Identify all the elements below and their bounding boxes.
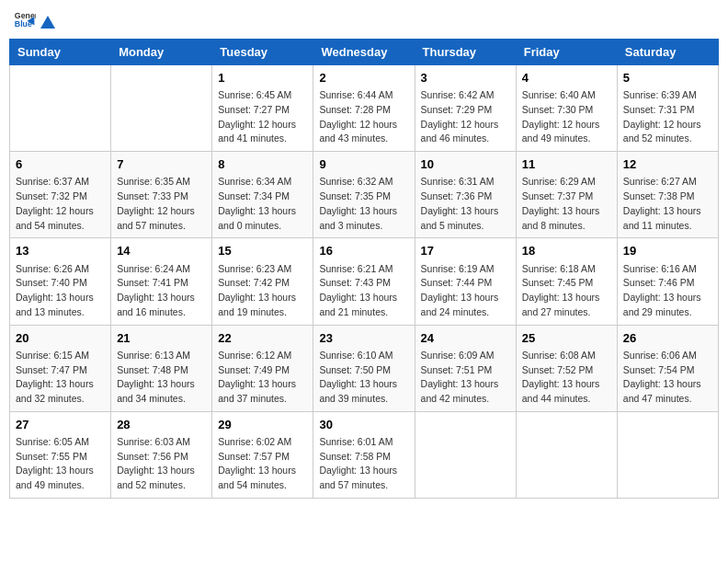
calendar-day-cell: 19Sunrise: 6:16 AM Sunset: 7:46 PM Dayli…: [617, 238, 718, 325]
weekday-header: Tuesday: [212, 40, 313, 65]
weekday-header: Saturday: [617, 40, 718, 65]
day-info: Sunrise: 6:03 AM Sunset: 7:56 PM Dayligh…: [117, 435, 206, 493]
calendar-day-cell: [617, 411, 718, 498]
day-info: Sunrise: 6:23 AM Sunset: 7:42 PM Dayligh…: [218, 262, 307, 320]
day-info: Sunrise: 6:31 AM Sunset: 7:36 PM Dayligh…: [421, 175, 510, 233]
calendar-day-cell: [111, 65, 212, 152]
calendar-week-row: 27Sunrise: 6:05 AM Sunset: 7:55 PM Dayli…: [10, 411, 719, 498]
calendar-day-cell: [10, 65, 111, 152]
day-number: 4: [522, 70, 611, 86]
day-number: 24: [421, 330, 510, 347]
day-number: 9: [319, 156, 408, 173]
day-number: 17: [421, 243, 510, 259]
calendar-day-cell: 5Sunrise: 6:39 AM Sunset: 7:31 PM Daylig…: [617, 65, 718, 152]
calendar-week-row: 1Sunrise: 6:45 AM Sunset: 7:27 PM Daylig…: [10, 65, 719, 152]
day-number: 5: [623, 70, 712, 86]
day-number: 12: [623, 156, 712, 173]
logo-icon: General Blue: [14, 9, 36, 31]
calendar-week-row: 13Sunrise: 6:26 AM Sunset: 7:40 PM Dayli…: [10, 238, 719, 325]
calendar-day-cell: 7Sunrise: 6:35 AM Sunset: 7:33 PM Daylig…: [111, 152, 212, 238]
day-info: Sunrise: 6:19 AM Sunset: 7:44 PM Dayligh…: [421, 262, 510, 320]
calendar-day-cell: 18Sunrise: 6:18 AM Sunset: 7:45 PM Dayli…: [516, 238, 617, 325]
day-number: 15: [218, 243, 307, 259]
day-number: 25: [522, 330, 611, 347]
day-info: Sunrise: 6:15 AM Sunset: 7:47 PM Dayligh…: [16, 349, 105, 407]
calendar-day-cell: 11Sunrise: 6:29 AM Sunset: 7:37 PM Dayli…: [516, 152, 617, 238]
day-info: Sunrise: 6:39 AM Sunset: 7:31 PM Dayligh…: [623, 88, 712, 146]
day-info: Sunrise: 6:27 AM Sunset: 7:38 PM Dayligh…: [623, 175, 712, 233]
weekday-header: Wednesday: [313, 40, 415, 65]
weekday-header: Sunday: [10, 40, 111, 65]
weekday-header: Thursday: [415, 40, 516, 65]
day-info: Sunrise: 6:08 AM Sunset: 7:52 PM Dayligh…: [522, 349, 611, 407]
calendar-body: 1Sunrise: 6:45 AM Sunset: 7:27 PM Daylig…: [10, 65, 719, 499]
calendar-day-cell: 14Sunrise: 6:24 AM Sunset: 7:41 PM Dayli…: [111, 238, 212, 325]
day-info: Sunrise: 6:32 AM Sunset: 7:35 PM Dayligh…: [319, 175, 408, 233]
day-number: 27: [16, 417, 105, 433]
calendar-day-cell: 15Sunrise: 6:23 AM Sunset: 7:42 PM Dayli…: [212, 238, 313, 325]
calendar-day-cell: 10Sunrise: 6:31 AM Sunset: 7:36 PM Dayli…: [415, 152, 516, 238]
day-info: Sunrise: 6:01 AM Sunset: 7:58 PM Dayligh…: [319, 435, 408, 493]
svg-text:Blue: Blue: [15, 19, 32, 29]
calendar-day-cell: 23Sunrise: 6:10 AM Sunset: 7:50 PM Dayli…: [313, 325, 415, 411]
svg-marker-3: [40, 16, 55, 29]
calendar-day-cell: 8Sunrise: 6:34 AM Sunset: 7:34 PM Daylig…: [212, 152, 313, 238]
day-number: 6: [16, 156, 105, 173]
calendar-day-cell: 22Sunrise: 6:12 AM Sunset: 7:49 PM Dayli…: [212, 325, 313, 411]
day-info: Sunrise: 6:10 AM Sunset: 7:50 PM Dayligh…: [319, 349, 408, 407]
calendar-day-cell: 17Sunrise: 6:19 AM Sunset: 7:44 PM Dayli…: [415, 238, 516, 325]
day-number: 7: [117, 156, 206, 173]
calendar-day-cell: 26Sunrise: 6:06 AM Sunset: 7:54 PM Dayli…: [617, 325, 718, 411]
calendar-day-cell: 28Sunrise: 6:03 AM Sunset: 7:56 PM Dayli…: [111, 411, 212, 498]
calendar-header-row: SundayMondayTuesdayWednesdayThursdayFrid…: [10, 40, 719, 65]
day-number: 2: [319, 70, 408, 86]
calendar-day-cell: [415, 411, 516, 498]
weekday-header: Friday: [516, 40, 617, 65]
day-number: 30: [319, 417, 408, 433]
calendar-day-cell: 25Sunrise: 6:08 AM Sunset: 7:52 PM Dayli…: [516, 325, 617, 411]
calendar-day-cell: 4Sunrise: 6:40 AM Sunset: 7:30 PM Daylig…: [516, 65, 617, 152]
calendar-day-cell: 16Sunrise: 6:21 AM Sunset: 7:43 PM Dayli…: [313, 238, 415, 325]
day-number: 16: [319, 243, 408, 259]
day-info: Sunrise: 6:24 AM Sunset: 7:41 PM Dayligh…: [117, 262, 206, 320]
day-number: 21: [117, 330, 206, 347]
day-number: 13: [16, 243, 105, 259]
day-info: Sunrise: 6:42 AM Sunset: 7:29 PM Dayligh…: [421, 88, 510, 146]
day-number: 11: [522, 156, 611, 173]
calendar-table: SundayMondayTuesdayWednesdayThursdayFrid…: [9, 39, 719, 499]
calendar-day-cell: 30Sunrise: 6:01 AM Sunset: 7:58 PM Dayli…: [313, 411, 415, 498]
day-info: Sunrise: 6:34 AM Sunset: 7:34 PM Dayligh…: [218, 175, 307, 233]
calendar-day-cell: 1Sunrise: 6:45 AM Sunset: 7:27 PM Daylig…: [212, 65, 313, 152]
day-number: 20: [16, 330, 105, 347]
day-info: Sunrise: 6:18 AM Sunset: 7:45 PM Dayligh…: [522, 262, 611, 320]
logo: General Blue: [14, 9, 57, 31]
day-info: Sunrise: 6:06 AM Sunset: 7:54 PM Dayligh…: [623, 349, 712, 407]
day-number: 1: [218, 70, 307, 86]
day-info: Sunrise: 6:40 AM Sunset: 7:30 PM Dayligh…: [522, 88, 611, 146]
day-info: Sunrise: 6:45 AM Sunset: 7:27 PM Dayligh…: [218, 88, 307, 146]
day-info: Sunrise: 6:21 AM Sunset: 7:43 PM Dayligh…: [319, 262, 408, 320]
day-info: Sunrise: 6:35 AM Sunset: 7:33 PM Dayligh…: [117, 175, 206, 233]
calendar-day-cell: 27Sunrise: 6:05 AM Sunset: 7:55 PM Dayli…: [10, 411, 111, 498]
day-info: Sunrise: 6:09 AM Sunset: 7:51 PM Dayligh…: [421, 349, 510, 407]
calendar-day-cell: 3Sunrise: 6:42 AM Sunset: 7:29 PM Daylig…: [415, 65, 516, 152]
day-info: Sunrise: 6:44 AM Sunset: 7:28 PM Dayligh…: [319, 88, 408, 146]
day-number: 29: [218, 417, 307, 433]
day-info: Sunrise: 6:16 AM Sunset: 7:46 PM Dayligh…: [623, 262, 712, 320]
calendar-week-row: 6Sunrise: 6:37 AM Sunset: 7:32 PM Daylig…: [10, 152, 719, 238]
day-number: 3: [421, 70, 510, 86]
day-info: Sunrise: 6:13 AM Sunset: 7:48 PM Dayligh…: [117, 349, 206, 407]
calendar-day-cell: 2Sunrise: 6:44 AM Sunset: 7:28 PM Daylig…: [313, 65, 415, 152]
day-number: 14: [117, 243, 206, 259]
day-info: Sunrise: 6:05 AM Sunset: 7:55 PM Dayligh…: [16, 435, 105, 493]
weekday-header: Monday: [111, 40, 212, 65]
calendar-day-cell: 12Sunrise: 6:27 AM Sunset: 7:38 PM Dayli…: [617, 152, 718, 238]
day-number: 26: [623, 330, 712, 347]
calendar-day-cell: 13Sunrise: 6:26 AM Sunset: 7:40 PM Dayli…: [10, 238, 111, 325]
day-number: 18: [522, 243, 611, 259]
day-number: 28: [117, 417, 206, 433]
day-info: Sunrise: 6:37 AM Sunset: 7:32 PM Dayligh…: [16, 175, 105, 233]
day-number: 19: [623, 243, 712, 259]
day-number: 22: [218, 330, 307, 347]
calendar-day-cell: [516, 411, 617, 498]
